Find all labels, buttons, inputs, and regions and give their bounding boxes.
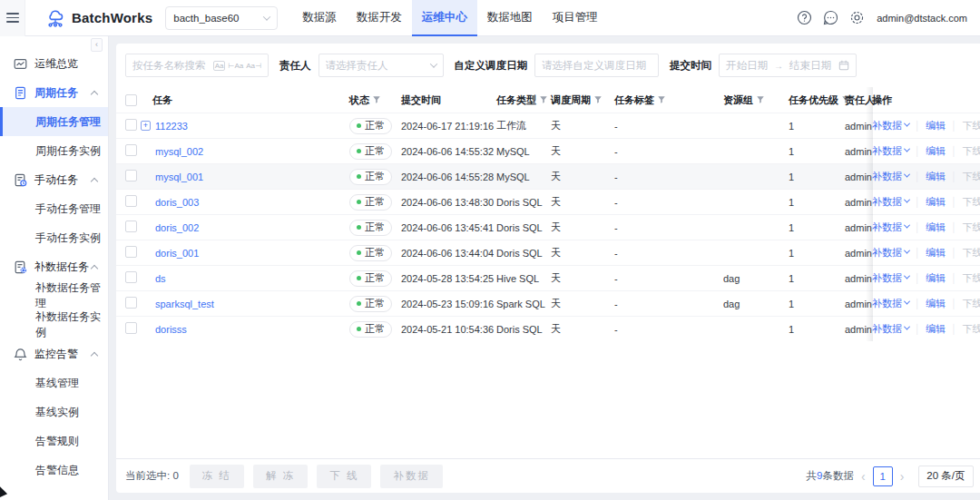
custom-schedule-date-input[interactable]: 请选择自定义调度日期 xyxy=(534,54,659,77)
row-checkbox[interactable] xyxy=(125,144,137,156)
patch-data-link[interactable]: 补数据 xyxy=(872,170,909,183)
nav-tab[interactable]: 项目管理 xyxy=(543,0,608,36)
chevron-down-icon xyxy=(904,299,910,305)
row-checkbox[interactable] xyxy=(125,195,137,207)
patch-data-link[interactable]: 补数据 xyxy=(872,144,909,158)
gear-icon[interactable] xyxy=(849,10,865,25)
offline-link[interactable]: 下线 xyxy=(963,144,980,158)
sidebar-subitem[interactable]: 基线管理 xyxy=(0,368,108,397)
task-name-search-input[interactable]: 按任务名称搜索 Aa ⊢Aa Aa⊣ xyxy=(125,54,269,77)
filter-icon[interactable] xyxy=(657,95,666,104)
row-checkbox[interactable] xyxy=(125,221,137,232)
patch-data-link[interactable]: 补数据 xyxy=(872,195,909,209)
offline-link[interactable]: 下线 xyxy=(963,322,980,336)
nav-tab[interactable]: 数据地图 xyxy=(477,0,543,36)
chevron-down-icon xyxy=(904,273,910,279)
bulk-action-button[interactable]: 下 线 xyxy=(317,465,371,488)
sidebar-group-title[interactable]: 周期任务 xyxy=(0,78,108,107)
sidebar-subitem[interactable]: 周期任务实例 xyxy=(0,136,108,165)
row-checkbox[interactable] xyxy=(125,170,137,181)
edit-link[interactable]: 编辑 xyxy=(926,271,946,285)
match-case-icon[interactable]: Aa xyxy=(213,61,226,71)
sidebar-group-title[interactable]: 补数据任务 xyxy=(0,252,108,281)
sidebar-group-title[interactable]: 手动任务 xyxy=(0,165,108,194)
submit-time-range-input[interactable]: 开始日期 → 结束日期 xyxy=(719,54,857,77)
current-page-button[interactable]: 1 xyxy=(873,466,893,486)
edit-link[interactable]: 编辑 xyxy=(926,119,946,132)
edit-link[interactable]: 编辑 xyxy=(926,322,946,336)
patch-data-link[interactable]: 补数据 xyxy=(872,221,909,234)
sidebar-subitem[interactable]: 补数据任务管理 xyxy=(0,281,108,310)
edit-link[interactable]: 编辑 xyxy=(926,221,946,234)
nav-tab[interactable]: 数据开发 xyxy=(347,0,412,36)
offline-link[interactable]: 下线 xyxy=(963,271,980,285)
row-checkbox[interactable] xyxy=(125,119,137,131)
edit-link[interactable]: 编辑 xyxy=(926,297,946,310)
task-type-cell: Hive SQL xyxy=(496,273,551,284)
prev-page-icon[interactable]: ‹ xyxy=(861,470,866,483)
filter-icon[interactable] xyxy=(593,95,603,104)
offline-link[interactable]: 下线 xyxy=(963,119,980,132)
sidebar-group-title[interactable]: 监控告警 xyxy=(0,339,108,368)
offline-link[interactable]: 下线 xyxy=(963,297,980,310)
nav-tab[interactable]: 数据源 xyxy=(292,0,347,36)
task-name-link[interactable]: sparksql_test xyxy=(155,299,214,309)
sidebar-subitem[interactable]: 基线实例 xyxy=(0,397,108,426)
filter-icon[interactable] xyxy=(372,95,381,104)
offline-link[interactable]: 下线 xyxy=(963,195,980,209)
top-nav: 数据源数据开发运维中心数据地图项目管理 xyxy=(292,0,608,36)
match-start-icon[interactable]: ⊢Aa xyxy=(228,62,243,70)
user-email[interactable]: admin@dtstack.com xyxy=(877,13,967,24)
expand-row-icon[interactable]: + xyxy=(141,121,151,131)
sidebar-subitem[interactable]: 告警规则 xyxy=(0,426,108,456)
patch-data-link[interactable]: 补数据 xyxy=(872,119,909,132)
sidebar-subitem-active[interactable]: 周期任务管理 xyxy=(0,107,108,136)
patch-data-link[interactable]: 补数据 xyxy=(872,322,909,336)
task-name-link[interactable]: mysql_002 xyxy=(155,146,203,157)
row-checkbox[interactable] xyxy=(125,322,137,334)
task-name-link[interactable]: dorisss xyxy=(155,324,187,335)
offline-link[interactable]: 下线 xyxy=(963,246,980,260)
hamburger-menu-icon[interactable] xyxy=(0,0,25,36)
edit-link[interactable]: 编辑 xyxy=(926,170,946,183)
edit-link[interactable]: 编辑 xyxy=(926,144,946,158)
sidebar-subitem[interactable]: 手动任务管理 xyxy=(0,194,108,223)
page-size-select[interactable]: 20 条/页 xyxy=(918,466,973,487)
bulk-action-button[interactable]: 补数据 xyxy=(380,465,443,488)
next-page-icon[interactable]: › xyxy=(900,470,905,483)
bulk-action-button[interactable]: 解 冻 xyxy=(253,465,308,488)
edit-link[interactable]: 编辑 xyxy=(926,195,946,209)
task-name-link[interactable]: mysql_001 xyxy=(155,172,203,182)
table-row: +112233正常2024-06-17 21:19:16工作流天-1admin补… xyxy=(116,113,980,138)
task-name-link[interactable]: doris_002 xyxy=(155,222,199,233)
owner-select[interactable]: 请选择责任人 xyxy=(318,54,444,77)
help-icon[interactable] xyxy=(797,10,812,25)
bulk-action-button[interactable]: 冻 结 xyxy=(190,465,244,488)
patch-data-link[interactable]: 补数据 xyxy=(872,297,909,310)
task-name-link[interactable]: doris_003 xyxy=(155,197,199,208)
match-end-icon[interactable]: Aa⊣ xyxy=(246,62,261,70)
select-all-checkbox[interactable] xyxy=(125,94,137,106)
patch-data-link[interactable]: 补数据 xyxy=(872,271,909,285)
owner-cell: admin xyxy=(845,324,872,335)
row-checkbox[interactable] xyxy=(125,297,137,309)
message-icon[interactable] xyxy=(823,10,838,25)
patch-data-link[interactable]: 补数据 xyxy=(872,246,909,260)
row-checkbox[interactable] xyxy=(125,271,137,283)
offline-link[interactable]: 下线 xyxy=(963,221,980,234)
edit-link[interactable]: 编辑 xyxy=(926,246,946,260)
nav-tab-active[interactable]: 运维中心 xyxy=(412,0,477,36)
filter-icon[interactable] xyxy=(756,95,765,104)
task-name-link[interactable]: doris_001 xyxy=(155,248,199,259)
project-select[interactable]: bacth_base60 xyxy=(165,6,278,30)
sidebar-item[interactable]: 运维总览 xyxy=(0,49,108,78)
row-checkbox[interactable] xyxy=(125,246,137,258)
column-header: 资源组 xyxy=(723,93,789,107)
offline-link[interactable]: 下线 xyxy=(963,170,980,183)
sidebar-subitem[interactable]: 手动任务实例 xyxy=(0,223,108,252)
task-name-link[interactable]: ds xyxy=(155,273,166,284)
task-name-link[interactable]: 112233 xyxy=(155,121,188,132)
sidebar-subitem[interactable]: 告警信息 xyxy=(0,456,108,485)
sidebar-subitem[interactable]: 补数据任务实例 xyxy=(0,310,108,339)
filter-icon[interactable] xyxy=(539,95,548,104)
